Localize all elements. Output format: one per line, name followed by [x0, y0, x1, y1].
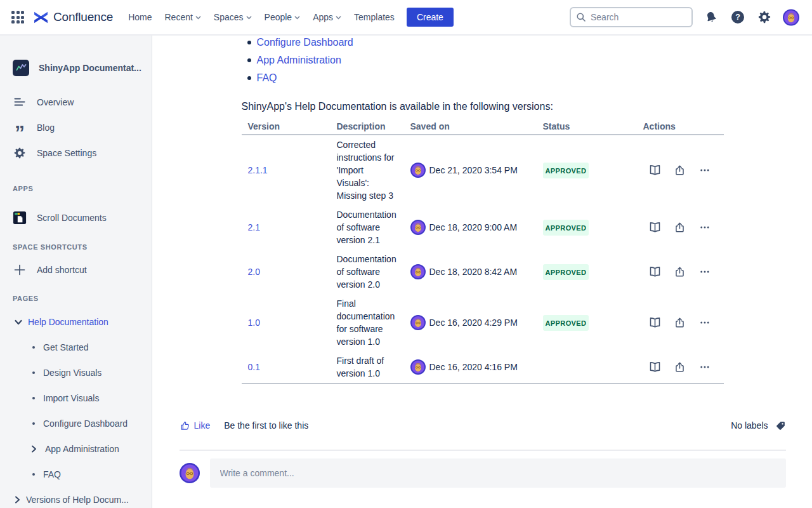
chevron-down-icon [15, 319, 22, 325]
sidebar-item-scroll-documents[interactable]: Scroll Documents [0, 205, 152, 231]
export-button[interactable] [673, 265, 687, 279]
sidebar-item-space-settings[interactable]: Space Settings [0, 140, 152, 166]
version-row: 2.1 Documentation of software version 2.… [242, 205, 724, 250]
sidebar-item-overview[interactable]: Overview [0, 90, 152, 115]
settings-gear-icon[interactable] [756, 9, 773, 25]
export-button[interactable] [673, 360, 687, 374]
more-actions-button[interactable] [698, 265, 712, 279]
toc-link-app-administration[interactable]: App Administration [257, 51, 341, 69]
sidebar-page-versions[interactable]: Versions of Help Docum... [0, 487, 152, 508]
sidebar-page-design-visuals[interactable]: Design Visuals [0, 360, 152, 385]
labels-button[interactable]: No labels [731, 420, 785, 431]
app-switcher-icon[interactable] [9, 8, 27, 26]
sidebar-item-blog[interactable]: ” Blog [0, 115, 152, 140]
shortcuts-section-header: SPACE SHORTCUTS [13, 243, 152, 251]
bullet [32, 346, 35, 349]
sidebar-page-import-visuals[interactable]: Import Visuals [0, 385, 152, 411]
toc-link-faq[interactable]: FAQ [257, 69, 277, 87]
like-button[interactable]: Like [180, 420, 211, 431]
thumbs-up-icon [180, 420, 190, 431]
sidebar-main-nav: Overview ” Blog Space Settings [0, 90, 152, 166]
labels-text: No labels [731, 420, 768, 431]
more-actions-icon [699, 317, 710, 328]
export-button[interactable] [673, 220, 687, 234]
sidebar-page-help-documentation[interactable]: Help Documentation [0, 309, 152, 335]
user-avatar [410, 264, 426, 279]
sidebar-item-label: Add shortcut [37, 265, 87, 275]
pages-section-header: PAGES [13, 295, 152, 302]
saved-on-date: Dec 21, 2020 3:54 PM [429, 164, 518, 177]
page-tree-label: FAQ [43, 469, 61, 479]
notifications-bell-icon[interactable] [703, 9, 719, 25]
nav-people[interactable]: People [259, 7, 306, 27]
read-view-book-icon [648, 221, 662, 234]
export-share-icon [674, 164, 686, 177]
col-header-description: Description [331, 116, 404, 135]
space-header[interactable]: ShinyApp Documentat... [0, 36, 152, 76]
more-actions-icon [699, 164, 710, 176]
sidebar-page-app-administration[interactable]: App Administration [0, 436, 152, 462]
chevron-right-icon [31, 445, 37, 453]
nav-spaces[interactable]: Spaces [208, 7, 258, 27]
read-view-button[interactable] [648, 163, 662, 177]
col-header-version: Version [242, 116, 331, 135]
primary-nav: Home Recent Spaces People Apps Templates [122, 7, 400, 27]
version-link[interactable]: 2.1 [248, 222, 260, 232]
sidebar-page-configure-dashboard[interactable]: Configure Dashboard [0, 411, 152, 436]
export-button[interactable] [673, 163, 687, 177]
version-description: Documentation of software version 2.0 [337, 254, 396, 290]
sidebar-item-label: Blog [37, 123, 55, 133]
bullet [247, 41, 251, 44]
user-avatar [180, 463, 200, 483]
comment-input-box[interactable] [210, 458, 786, 488]
search-input[interactable] [591, 12, 679, 22]
more-actions-button[interactable] [698, 316, 712, 330]
read-view-button[interactable] [648, 360, 662, 374]
read-view-button[interactable] [648, 265, 662, 279]
gear-icon [13, 146, 27, 160]
version-link[interactable]: 2.0 [248, 267, 260, 277]
user-avatar [410, 163, 426, 178]
toc-item: App Administration [242, 51, 724, 69]
version-link[interactable]: 0.1 [248, 362, 260, 372]
version-link[interactable]: 2.1.1 [248, 165, 268, 175]
tag-icon [775, 420, 786, 431]
nav-apps[interactable]: Apps [307, 7, 347, 27]
page-tree-label: Versions of Help Docum... [26, 495, 129, 505]
more-actions-button[interactable] [698, 220, 712, 234]
version-link[interactable]: 1.0 [248, 318, 260, 328]
search-icon [576, 12, 586, 22]
blog-quote-icon: ” [13, 121, 27, 135]
version-description: First draft of version 1.0 [337, 356, 384, 378]
overview-icon [13, 95, 27, 109]
nav-templates[interactable]: Templates [348, 7, 400, 27]
more-actions-button[interactable] [698, 163, 712, 177]
add-shortcut-button[interactable]: Add shortcut [0, 257, 152, 283]
svg-text:?: ? [735, 13, 740, 22]
nav-home[interactable]: Home [122, 7, 157, 27]
saved-on-date: Dec 18, 2020 9:00 AM [429, 221, 518, 234]
saved-on-date: Dec 16, 2020 4:29 PM [429, 316, 518, 329]
sidebar-page-get-started[interactable]: Get Started [0, 335, 152, 360]
nav-recent[interactable]: Recent [159, 7, 206, 27]
sidebar-page-faq[interactable]: FAQ [0, 462, 152, 487]
export-button[interactable] [673, 316, 687, 330]
search-box[interactable] [570, 7, 693, 27]
status-badge: APPROVED [543, 315, 589, 331]
page-tree-label: Help Documentation [28, 317, 108, 327]
toc-link-configure-dashboard[interactable]: Configure Dashboard [257, 34, 353, 51]
more-actions-button[interactable] [698, 360, 712, 374]
version-row: 1.0 Final documentation for software ver… [242, 294, 724, 351]
help-icon[interactable]: ? [730, 9, 746, 25]
comment-input[interactable] [210, 468, 786, 478]
read-view-button[interactable] [648, 316, 662, 330]
user-avatar[interactable] [783, 9, 799, 25]
more-actions-icon [699, 361, 710, 373]
version-row: 2.1.1 Corrected instructions for 'Import… [242, 135, 724, 205]
page-content: Configure Dashboard App Administration F… [153, 36, 812, 508]
create-button[interactable]: Create [407, 8, 454, 27]
read-view-book-icon [648, 361, 662, 374]
read-view-button[interactable] [648, 220, 662, 234]
chevron-right-icon [15, 496, 20, 504]
confluence-logo[interactable]: Confluence [33, 10, 113, 25]
